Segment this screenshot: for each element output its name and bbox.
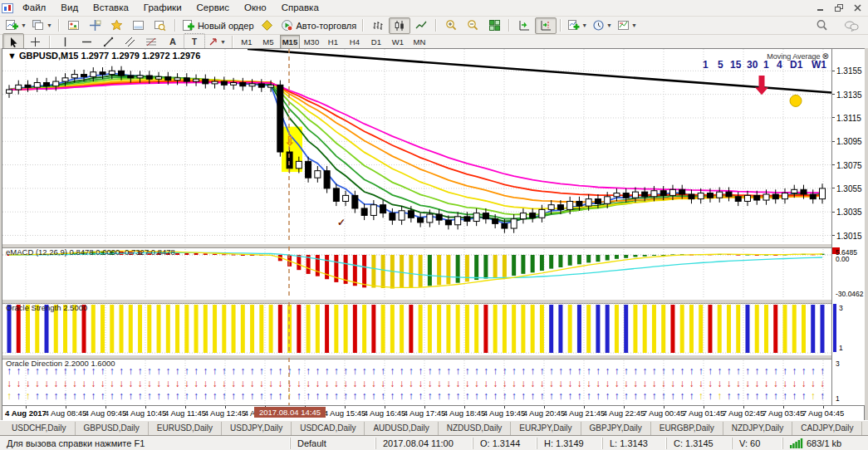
chart-tab-GBPJPY,Daily[interactable]: GBPJPY,Daily <box>581 422 651 436</box>
chart-shift-button[interactable] <box>535 17 557 34</box>
main-chart-canvas[interactable]: ⇩✓ <box>2 49 831 243</box>
timeframe-button-W1[interactable]: W1 <box>388 35 408 49</box>
channel-tool-button[interactable] <box>119 33 140 50</box>
bar-chart-icon <box>372 20 384 32</box>
svg-text:↑: ↑ <box>334 365 339 377</box>
menu-item-3[interactable]: Графики <box>136 0 189 16</box>
menu-item-4[interactable]: Сервис <box>189 0 237 16</box>
chart-tab-GBPUSD,Daily[interactable]: GBPUSD,Daily <box>76 422 149 436</box>
svg-text:↑: ↑ <box>651 365 656 377</box>
chart-tab-NZDJPY,Daily[interactable]: NZDJPY,Daily <box>723 422 793 436</box>
chart-tab-USDJPY,Daily[interactable]: USDJPY,Daily <box>222 422 292 436</box>
zoom-in-button[interactable] <box>440 17 462 34</box>
equidistant-channel-icon <box>125 37 135 47</box>
svg-text:↑: ↑ <box>138 365 143 377</box>
svg-text:↓: ↓ <box>549 378 554 389</box>
bar-chart-mode-button[interactable] <box>367 17 389 34</box>
indicators-button[interactable]: ▼ <box>565 17 590 34</box>
cursor-tool-button[interactable] <box>2 33 24 50</box>
auto-scroll-button[interactable] <box>513 17 535 34</box>
timeframe-button-M1[interactable]: M1 <box>237 35 257 49</box>
fibonacci-tool-button[interactable] <box>140 33 162 50</box>
chart-window-icon <box>2 2 13 14</box>
chart-tab-USDCHF,Daily[interactable]: USDCHF,Daily <box>3 422 76 436</box>
navigator-button[interactable] <box>106 17 128 34</box>
timeframe-button-M15[interactable]: M15 <box>280 35 300 49</box>
timeframe-button-H4[interactable]: H4 <box>345 35 365 49</box>
status-high: H: 1.3149 <box>537 438 602 449</box>
templates-button[interactable]: ▼ <box>615 17 640 34</box>
crosshair-tool-button[interactable] <box>24 33 46 50</box>
trendline-tool-button[interactable] <box>97 33 119 50</box>
svg-text:↑: ↑ <box>297 390 302 402</box>
navigator-star-icon <box>110 19 123 32</box>
chart-tabs-bar: USDCHF,DailyGBPUSD,DailyEURUSD,DailyUSDJ… <box>0 420 868 436</box>
data-window-button[interactable] <box>85 17 106 34</box>
svg-text:↑: ↑ <box>371 365 376 377</box>
new-order-label: Новый ордер <box>198 21 254 31</box>
new-order-button[interactable]: Новый ордер <box>179 17 257 34</box>
time-axis[interactable]: 4 Aug 20174 Aug 08:454 Aug 09:454 Aug 10… <box>2 405 864 420</box>
menu-item-6[interactable]: Справка <box>274 0 326 16</box>
svg-text:↑: ↑ <box>380 365 385 377</box>
chart-tab-CADJPY,Daily[interactable]: CADJPY,Daily <box>792 422 862 436</box>
timeframe-button-H1[interactable]: H1 <box>323 35 343 49</box>
chart-tab-NZDUSD,Daily[interactable]: NZDUSD,Daily <box>439 422 512 436</box>
close-button[interactable] <box>851 3 863 13</box>
strength-canvas[interactable] <box>2 302 831 355</box>
menu-item-5[interactable]: Окно <box>237 0 274 16</box>
timeframe-button-D1[interactable]: D1 <box>366 35 386 49</box>
text-tool-button[interactable]: A <box>162 33 184 50</box>
community-chat-button[interactable] <box>841 17 862 34</box>
search-button[interactable] <box>811 17 832 34</box>
svg-text:↓: ↓ <box>138 378 143 389</box>
candlestick-mode-button[interactable] <box>389 17 410 34</box>
market-watch-button[interactable] <box>63 17 85 34</box>
tile-windows-button[interactable] <box>483 17 505 34</box>
text-label-tool-button[interactable]: T <box>184 33 205 50</box>
status-profile[interactable]: Default <box>290 438 375 449</box>
chart-tab-EURJPY,Daily[interactable]: EURJPY,Daily <box>511 422 581 436</box>
chart-tab-EURGBP,Daily[interactable]: EURGBP,Daily <box>651 422 723 436</box>
periods-button[interactable]: ▼ <box>590 17 615 34</box>
status-bar-time: 2017.08.04 11:00 <box>375 438 473 449</box>
svg-text:↓: ↓ <box>400 378 405 389</box>
chart-window[interactable]: ⇩✓ ▼ GBPUSD,M15 1.2977 1.2979 1.2972 1.2… <box>2 48 865 420</box>
strategy-tester-button[interactable] <box>150 17 171 34</box>
line-chart-mode-button[interactable] <box>410 17 432 34</box>
terminal-button[interactable] <box>128 17 150 34</box>
zoom-out-button[interactable] <box>462 17 483 34</box>
timeframe-button-M30[interactable]: M30 <box>302 35 321 49</box>
svg-text:↑: ↑ <box>128 365 133 377</box>
restore-button[interactable] <box>833 3 845 13</box>
svg-text:↓: ↓ <box>446 378 451 389</box>
minimize-button[interactable] <box>815 3 826 13</box>
svg-text:↑: ↑ <box>745 365 750 377</box>
chart-tab-EURUSD,Daily[interactable]: EURUSD,Daily <box>149 422 222 436</box>
timeframe-button-MN[interactable]: MN <box>409 35 429 49</box>
chart-tab-AUDUSD,Daily[interactable]: AUDUSD,Daily <box>365 422 438 436</box>
menu-item-2[interactable]: Вставка <box>86 0 136 16</box>
svg-text:↑: ↑ <box>306 365 311 377</box>
metaeditor-button[interactable] <box>257 17 278 34</box>
menu-item-0[interactable]: Файл <box>15 0 53 16</box>
svg-text:↑: ↑ <box>811 390 816 402</box>
market-watch-icon <box>67 19 80 32</box>
vertical-line-tool-button[interactable] <box>54 33 76 50</box>
autotrading-button[interactable]: Авто-торговля <box>278 17 360 34</box>
time-label: 4 Aug 15:45 <box>324 408 366 418</box>
standard-toolbar: ▼ ▼ <box>0 17 868 35</box>
svg-text:↑: ↑ <box>390 365 395 377</box>
menu-item-1[interactable]: Вид <box>53 0 86 16</box>
timeframe-button-M5[interactable]: M5 <box>258 35 278 49</box>
horizontal-line-tool-button[interactable] <box>76 33 97 50</box>
chart-tab-GBPUSD,H1[interactable]: GBPUSD,H1 <box>862 422 868 436</box>
time-label: 7 Aug 04:45 <box>802 408 845 418</box>
price-scale[interactable]: 5.6485 0.00 -30.0462 3 1 3 1 1.31551.313… <box>831 49 865 405</box>
profiles-button[interactable]: ▼ <box>29 17 55 34</box>
direction-canvas[interactable]: ↑↓↑↑↓↑↑↓↑↑↓↑↑↓↑↑↓↑↑↓↑↑↓↑↑↓↑↑↓↑↑↓↑↑↓↑↑↓↑↑… <box>2 358 831 405</box>
svg-text:↓: ↓ <box>325 378 330 389</box>
new-chart-button[interactable]: ▼ <box>2 17 29 34</box>
arrows-tool-button[interactable]: ▼ <box>205 33 228 50</box>
chart-tab-USDCAD,Daily[interactable]: USDCAD,Daily <box>292 422 365 436</box>
